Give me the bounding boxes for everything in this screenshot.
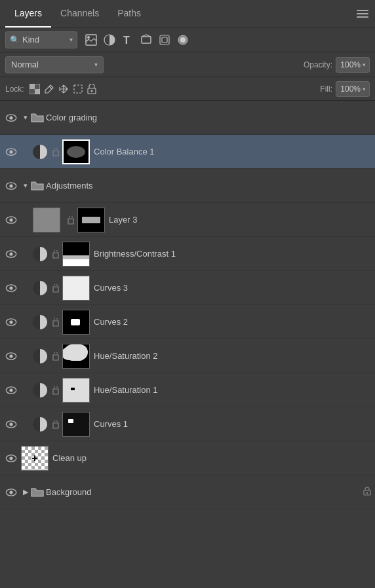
- layer-thumbnail: [62, 310, 90, 335]
- layer-row[interactable]: ▾ Adjustments: [0, 169, 375, 203]
- layer-thumbnail: [62, 412, 90, 437]
- layer-row[interactable]: Brightness/Contrast 1: [0, 237, 375, 271]
- tab-paths[interactable]: Paths: [108, 0, 150, 28]
- lock-icons-group: [30, 84, 96, 94]
- layer-row[interactable]: Color Balance 1: [0, 135, 375, 169]
- layer-row[interactable]: Hue/Saturation 1: [0, 373, 375, 407]
- adjustment-layer-icon: [33, 349, 47, 363]
- pixel-filter-icon[interactable]: [85, 34, 97, 46]
- svg-point-32: [9, 354, 12, 358]
- visibility-toggle[interactable]: [4, 352, 18, 360]
- visibility-toggle[interactable]: [4, 250, 18, 258]
- tab-layers[interactable]: Layers: [5, 0, 51, 28]
- layer-row[interactable]: ▶ Background: [0, 475, 375, 509]
- blend-opacity-toolbar: Normal ▾ Opacity: 100% ▾: [0, 52, 375, 77]
- svg-rect-10: [35, 89, 40, 94]
- blend-arrow-icon: ▾: [94, 61, 98, 68]
- visibility-toggle[interactable]: [4, 114, 18, 122]
- visibility-toggle[interactable]: [4, 454, 18, 462]
- link-icon: [50, 147, 61, 156]
- layer-thumbnail: [62, 276, 90, 301]
- adjustment-filter-icon[interactable]: [104, 34, 115, 46]
- blend-mode-dropdown[interactable]: Normal ▾: [5, 56, 104, 73]
- shape-filter-icon[interactable]: [140, 34, 152, 46]
- adjustment-layer-icon: [33, 315, 47, 329]
- collapse-arrow-icon[interactable]: ▾: [21, 181, 30, 190]
- effect-filter-icon[interactable]: [177, 34, 189, 46]
- collapse-arrow-icon[interactable]: ▶: [21, 488, 30, 496]
- layer-row[interactable]: Curves 2: [0, 305, 375, 339]
- lock-artboard-button[interactable]: [73, 84, 83, 94]
- svg-point-30: [9, 320, 12, 323]
- text-filter-icon[interactable]: T: [122, 34, 134, 46]
- layer-row[interactable]: Clean up: [0, 441, 375, 475]
- opacity-input[interactable]: 100% ▾: [336, 57, 370, 73]
- link-icon: [50, 386, 61, 395]
- lock-transparency-button[interactable]: [30, 84, 40, 94]
- visibility-toggle[interactable]: [4, 148, 18, 156]
- search-icon: 🔍: [10, 35, 20, 45]
- adjustment-layer-icon: [33, 383, 47, 397]
- link-icon: [50, 352, 61, 361]
- visibility-toggle[interactable]: [4, 284, 18, 292]
- svg-point-38: [9, 456, 12, 460]
- svg-point-16: [90, 90, 92, 92]
- layer-row[interactable]: Curves 1: [0, 407, 375, 441]
- fill-section: Fill: 100% ▾: [320, 81, 370, 97]
- filter-type-icons: T: [85, 34, 189, 46]
- layer-row[interactable]: Hue/Saturation 2: [0, 339, 375, 373]
- fill-arrow-icon: ▾: [363, 86, 366, 92]
- svg-point-24: [9, 218, 12, 221]
- layer-name: Color Balance 1: [94, 147, 371, 156]
- opacity-label: Opacity:: [304, 60, 332, 69]
- lock-fill-toolbar: Lock:: [0, 77, 375, 101]
- layer-thumbnail: [62, 378, 90, 403]
- layer-row[interactable]: ▾ Color grading: [0, 101, 375, 135]
- link-icon: [50, 318, 61, 327]
- svg-point-34: [9, 388, 12, 392]
- visibility-toggle[interactable]: [4, 488, 18, 496]
- link-icon: [50, 284, 61, 293]
- collapse-arrow-icon[interactable]: ▾: [21, 113, 30, 122]
- link-icon: [50, 420, 61, 429]
- layer-thumbnail: [33, 208, 60, 232]
- lock-icon: [363, 487, 371, 498]
- layer-name: Brightness/Contrast 1: [94, 249, 371, 259]
- adjustment-layer-icon: [33, 247, 47, 261]
- visibility-toggle[interactable]: [4, 420, 18, 428]
- panel-menu-icon[interactable]: [357, 10, 368, 18]
- svg-point-8: [180, 37, 186, 43]
- visibility-toggle[interactable]: [4, 318, 18, 326]
- folder-icon: [30, 181, 45, 191]
- folder-icon: [30, 113, 45, 123]
- mask-thumbnail: [77, 208, 105, 232]
- adjustment-layer-icon: [33, 281, 47, 295]
- visibility-toggle[interactable]: [4, 182, 18, 190]
- adjustment-layer-icon: [33, 417, 47, 432]
- layer-row[interactable]: Layer 3: [0, 203, 375, 237]
- layer-name: Curves 2: [94, 317, 371, 327]
- folder-icon: [30, 487, 45, 498]
- svg-point-20: [9, 150, 12, 153]
- layer-name: Adjustments: [46, 181, 371, 191]
- svg-point-40: [9, 490, 12, 494]
- svg-point-26: [9, 252, 12, 255]
- lock-image-button[interactable]: [44, 84, 54, 94]
- layer-name: Clean up: [52, 453, 371, 463]
- visibility-toggle[interactable]: [4, 216, 18, 224]
- fill-input[interactable]: 100% ▾: [336, 81, 370, 97]
- layer-row[interactable]: Curves 3: [0, 271, 375, 305]
- lock-all-button[interactable]: [87, 84, 96, 94]
- smart-object-filter-icon[interactable]: [159, 34, 170, 46]
- lock-position-button[interactable]: [58, 84, 69, 94]
- kind-dropdown[interactable]: 🔍 Kind ▾: [5, 31, 77, 48]
- layer-name: Curves 3: [94, 283, 371, 293]
- tab-channels[interactable]: Channels: [51, 0, 108, 28]
- svg-rect-9: [30, 84, 35, 89]
- svg-rect-5: [160, 35, 169, 45]
- fill-label: Fill:: [320, 84, 332, 94]
- visibility-toggle[interactable]: [4, 386, 18, 394]
- layer-name: Curves 1: [94, 419, 371, 429]
- link-icon: [66, 215, 76, 225]
- layer-thumbnail: [21, 446, 49, 471]
